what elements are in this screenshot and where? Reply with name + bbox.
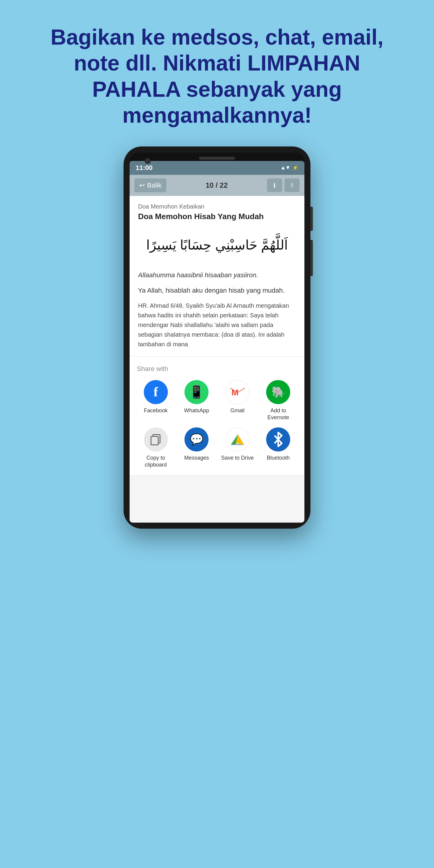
phone-notch <box>130 153 304 161</box>
nav-bar: ↩ Balik 10 / 22 ℹ ⇧ <box>130 175 304 196</box>
evernote-icon: 🐘 <box>266 380 290 404</box>
share-item-evernote[interactable]: 🐘 Add to Evernote <box>259 380 298 421</box>
copy-label: Copy to clipboard <box>137 455 175 469</box>
share-item-gmail[interactable]: M Gmail <box>218 380 256 421</box>
share-item-messages[interactable]: 💬 Messages <box>178 427 216 469</box>
info-button[interactable]: ℹ <box>267 179 282 192</box>
battery-icon: ⚡ <box>292 165 299 170</box>
content-area: Doa Memohon Kebaikan Doa Memohon Hisab Y… <box>130 196 304 356</box>
page-indicator: 10 / 22 <box>169 181 264 190</box>
facebook-icon: f <box>144 380 168 404</box>
facebook-label: Facebook <box>144 407 167 414</box>
back-label: Balik <box>147 181 161 189</box>
evernote-label: Add to Evernote <box>259 407 298 421</box>
bluetooth-svg <box>272 431 284 447</box>
drive-icon <box>225 427 250 452</box>
bluetooth-icon <box>266 427 290 452</box>
speaker <box>199 157 235 160</box>
phone-mockup: 11:00 ▲▼ ⚡ ↩ Balik 10 / 22 ℹ <box>124 147 310 529</box>
status-time: 11:00 <box>135 164 153 172</box>
share-item-whatsapp[interactable]: 📱 WhatsApp <box>178 380 216 421</box>
nav-actions: ℹ ⇧ <box>267 179 300 192</box>
messages-label: Messages <box>184 455 209 461</box>
doa-title: Doa Memohon Hisab Yang Mudah <box>138 212 296 221</box>
arabic-text: اَللَّهُمَّ حَاسِبْنِي حِسَابًا يَسِيرًا <box>138 228 296 261</box>
gmail-icon: M <box>225 380 250 404</box>
share-button[interactable]: ⇧ <box>284 179 300 192</box>
share-sheet: Share with f Facebook 📱 Whats <box>130 356 304 475</box>
hadith-source: HR. Ahmad 6/48. Syaikh Syu'aib Al Arnaut… <box>138 301 296 349</box>
bluetooth-label: Bluetooth <box>267 455 290 461</box>
whatsapp-icon: 📱 <box>184 380 209 404</box>
share-item-drive[interactable]: Save to Drive <box>218 427 256 469</box>
share-item-bluetooth[interactable]: Bluetooth <box>259 427 298 469</box>
doa-subtitle: Doa Memohon Kebaikan <box>138 203 296 210</box>
svg-text:M: M <box>231 388 239 397</box>
drive-label: Save to Drive <box>221 455 254 461</box>
side-button-2 <box>310 240 313 276</box>
status-icons: ▲▼ ⚡ <box>280 164 299 171</box>
phone-screen: 11:00 ▲▼ ⚡ ↩ Balik 10 / 22 ℹ <box>130 161 304 523</box>
back-arrow-icon: ↩ <box>139 181 145 189</box>
header-section: Bagikan ke medsos, chat, email, note dll… <box>0 0 434 147</box>
share-grid: f Facebook 📱 WhatsApp <box>137 380 297 469</box>
info-icon: ℹ <box>273 182 276 189</box>
signal-icon: ▲▼ <box>280 164 290 171</box>
translation: Ya Allah, hisablah aku dengan hisab yang… <box>138 285 296 296</box>
gmail-label: Gmail <box>230 407 244 414</box>
camera <box>145 158 151 164</box>
side-button-1 <box>310 207 313 231</box>
status-bar: 11:00 ▲▼ ⚡ <box>130 161 304 175</box>
copy-svg <box>149 433 162 446</box>
share-item-copy[interactable]: Copy to clipboard <box>137 427 175 469</box>
messages-icon: 💬 <box>184 427 209 452</box>
share-icon: ⇧ <box>290 182 295 189</box>
header-text: Bagikan ke medsos, chat, email, note dll… <box>0 0 434 147</box>
share-item-facebook[interactable]: f Facebook <box>137 380 175 421</box>
share-title: Share with <box>137 365 297 373</box>
whatsapp-label: WhatsApp <box>184 407 209 414</box>
back-button[interactable]: ↩ Balik <box>134 179 166 192</box>
svg-rect-3 <box>151 436 158 445</box>
transliteration: Allaahumma haasibnii hisaaban yasiiron. <box>138 270 296 280</box>
gmail-svg: M <box>230 386 245 398</box>
phone-container: 11:00 ▲▼ ⚡ ↩ Balik 10 / 22 ℹ <box>0 147 434 553</box>
copy-icon <box>144 427 168 452</box>
drive-svg <box>230 433 245 446</box>
